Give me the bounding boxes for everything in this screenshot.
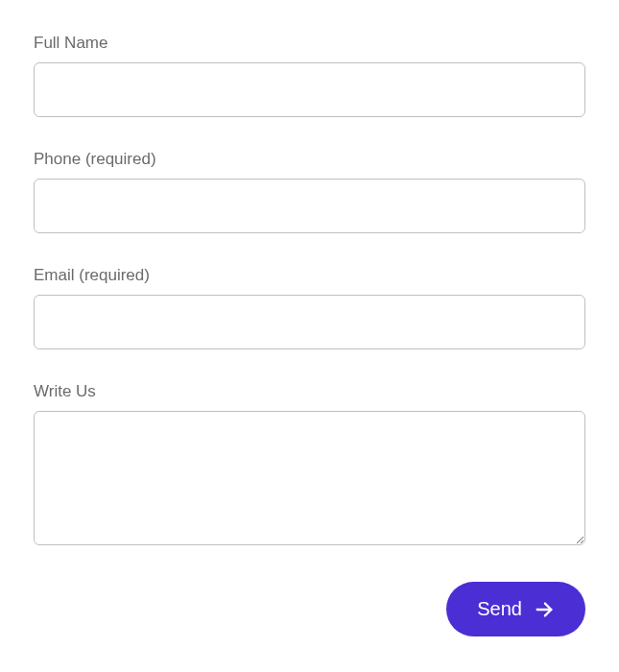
arrow-right-icon — [534, 599, 555, 620]
message-group: Write Us — [34, 382, 585, 549]
phone-input[interactable] — [34, 179, 585, 233]
contact-form: Full Name Phone (required) Email (requir… — [34, 34, 585, 636]
fullname-label: Full Name — [34, 34, 585, 53]
message-textarea[interactable] — [34, 411, 585, 545]
email-input[interactable] — [34, 295, 585, 349]
phone-label: Phone (required) — [34, 150, 585, 169]
message-label: Write Us — [34, 382, 585, 401]
fullname-input[interactable] — [34, 62, 585, 117]
button-row: Send — [34, 582, 585, 636]
phone-group: Phone (required) — [34, 150, 585, 233]
fullname-group: Full Name — [34, 34, 585, 117]
email-group: Email (required) — [34, 266, 585, 349]
send-button-label: Send — [477, 598, 522, 620]
email-label: Email (required) — [34, 266, 585, 285]
send-button[interactable]: Send — [446, 582, 585, 636]
